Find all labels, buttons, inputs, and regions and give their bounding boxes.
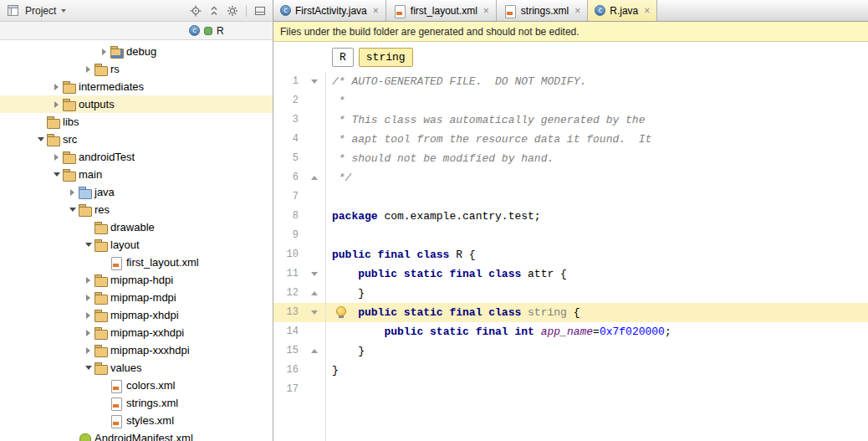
chevron-down-icon[interactable] xyxy=(83,362,94,373)
fold-marker-icon[interactable] xyxy=(304,284,325,303)
tree-item-java[interactable]: java xyxy=(0,183,273,201)
code-text[interactable] xyxy=(325,187,868,207)
fold-marker-icon[interactable] xyxy=(304,303,325,322)
tree-item-res[interactable]: res xyxy=(0,201,273,218)
fold-gutter xyxy=(304,226,325,245)
close-tab-icon[interactable]: × xyxy=(483,5,489,17)
fold-marker-icon[interactable] xyxy=(304,72,325,91)
chevron-right-icon[interactable] xyxy=(83,64,94,74)
line-number[interactable]: 8 xyxy=(273,207,304,226)
chevron-down-icon[interactable] xyxy=(67,204,78,215)
breadcrumb-string[interactable]: string xyxy=(359,48,413,67)
tree-item-outputs[interactable]: outputs xyxy=(0,95,273,113)
settings-gear-icon[interactable] xyxy=(225,3,240,18)
code-text[interactable] xyxy=(325,226,868,245)
locate-icon[interactable] xyxy=(188,3,203,18)
chevron-right-icon[interactable] xyxy=(51,81,62,92)
code-editor[interactable]: 1/* AUTO-GENERATED FILE. DO NOT MODIFY.2… xyxy=(273,72,868,441)
project-view-selector[interactable]: Project xyxy=(25,5,56,17)
tree-item-mipmap-mdpi[interactable]: mipmap-mdpi xyxy=(0,289,273,306)
line-number[interactable]: 9 xyxy=(273,226,304,245)
code-text[interactable]: public static final class string { xyxy=(325,303,868,322)
tree-item-strings.xml[interactable]: strings.xml xyxy=(0,394,273,412)
toolbar-divider xyxy=(246,5,247,17)
chevron-right-icon[interactable] xyxy=(51,151,62,162)
code-text[interactable]: public static final class attr { xyxy=(325,264,868,284)
tree-item-mipmap-hdpi[interactable]: mipmap-hdpi xyxy=(0,271,273,289)
fold-marker-icon[interactable] xyxy=(304,341,325,361)
line-number[interactable]: 3 xyxy=(273,110,304,130)
line-number[interactable]: 4 xyxy=(273,130,304,149)
close-tab-icon[interactable]: × xyxy=(644,5,650,17)
line-number[interactable]: 15 xyxy=(273,341,304,361)
collapse-all-icon[interactable] xyxy=(207,3,222,18)
chevron-right-icon[interactable] xyxy=(83,327,94,338)
line-number[interactable]: 14 xyxy=(273,322,304,341)
tree-item-main[interactable]: main xyxy=(0,166,273,183)
tree-item-src[interactable]: src xyxy=(0,131,273,148)
intention-bulb-icon[interactable] xyxy=(336,306,346,319)
line-number[interactable]: 12 xyxy=(273,284,304,303)
chevron-right-icon[interactable] xyxy=(83,345,94,356)
chevron-down-icon[interactable] xyxy=(51,169,62,180)
code-text[interactable]: * This class was automatically generated… xyxy=(325,110,868,130)
line-number[interactable]: 16 xyxy=(273,361,304,380)
tree-item-mipmap-xxhdpi[interactable]: mipmap-xxhdpi xyxy=(0,324,273,341)
code-text[interactable]: public final class R { xyxy=(325,245,868,264)
tab-R.java[interactable]: R.java× xyxy=(588,0,657,21)
line-number[interactable]: 17 xyxy=(273,380,304,399)
breadcrumb-R[interactable]: R xyxy=(332,48,354,67)
line-number[interactable]: 5 xyxy=(273,149,304,168)
chevron-down-icon[interactable] xyxy=(35,134,46,145)
tree-item-debug[interactable]: debug xyxy=(0,43,273,60)
line-number[interactable]: 11 xyxy=(273,264,304,284)
tree-item-androidTest[interactable]: androidTest xyxy=(0,148,273,166)
tab-FirstActivity.java[interactable]: FirstActivity.java× xyxy=(273,0,386,21)
chevron-right-icon[interactable] xyxy=(83,310,94,320)
tree-item-drawable[interactable]: drawable xyxy=(0,218,273,236)
folder-java-icon xyxy=(78,187,91,198)
tree-item-AndroidManifest.xml[interactable]: AndroidManifest.xml xyxy=(0,429,273,441)
code-text[interactable]: * should not be modified by hand. xyxy=(325,149,868,168)
tree-item-libs[interactable]: libs xyxy=(0,113,273,131)
tree-item-mipmap-xhdpi[interactable]: mipmap-xhdpi xyxy=(0,306,273,324)
tree-item-colors.xml[interactable]: colors.xml xyxy=(0,377,273,394)
chevron-down-icon[interactable] xyxy=(83,239,94,250)
line-number[interactable]: 6 xyxy=(273,168,304,187)
code-text[interactable]: package com.example.cantry.test; xyxy=(325,207,868,226)
chevron-right-icon[interactable] xyxy=(51,99,62,110)
code-text[interactable]: } xyxy=(325,341,868,361)
line-number[interactable]: 7 xyxy=(273,187,304,207)
chevron-right-icon[interactable] xyxy=(83,292,94,303)
line-number[interactable]: 10 xyxy=(273,245,304,264)
code-text[interactable]: public static final int app_name=0x7f020… xyxy=(325,322,868,341)
close-tab-icon[interactable]: × xyxy=(373,5,379,17)
chevron-right-icon[interactable] xyxy=(67,187,78,197)
tab-first_layout.xml[interactable]: first_layout.xml× xyxy=(386,0,497,21)
code-text[interactable]: /* AUTO-GENERATED FILE. DO NOT MODIFY. xyxy=(325,72,868,91)
code-text[interactable]: } xyxy=(325,284,868,303)
tree-item-mipmap-xxxhdpi[interactable]: mipmap-xxxhdpi xyxy=(0,341,273,359)
code-text[interactable]: } xyxy=(325,361,868,380)
line-number[interactable]: 1 xyxy=(273,72,304,91)
code-text[interactable]: */ xyxy=(325,168,868,187)
fold-marker-icon[interactable] xyxy=(304,264,325,284)
tree-item-intermediates[interactable]: intermediates xyxy=(0,78,273,95)
code-text[interactable]: * xyxy=(325,91,868,110)
hide-panel-icon[interactable] xyxy=(253,3,268,18)
chevron-right-icon[interactable] xyxy=(99,46,110,57)
tree-item-layout[interactable]: layout xyxy=(0,236,273,254)
line-number[interactable]: 13 xyxy=(273,303,304,322)
tree-item-rs[interactable]: rs xyxy=(0,60,273,78)
code-text[interactable]: * aapt tool from the resource data it fo… xyxy=(325,130,868,149)
fold-marker-icon[interactable] xyxy=(304,168,325,187)
chevron-right-icon[interactable] xyxy=(83,274,94,285)
close-tab-icon[interactable]: × xyxy=(574,5,580,17)
tree-item-first_layout.xml[interactable]: first_layout.xml xyxy=(0,254,273,271)
folder-icon xyxy=(94,310,107,321)
line-number[interactable]: 2 xyxy=(273,91,304,110)
tree-item-styles.xml[interactable]: styles.xml xyxy=(0,412,273,429)
tree-item-values[interactable]: values xyxy=(0,359,273,377)
code-text[interactable] xyxy=(325,380,868,399)
tab-strings.xml[interactable]: strings.xml× xyxy=(497,0,588,21)
